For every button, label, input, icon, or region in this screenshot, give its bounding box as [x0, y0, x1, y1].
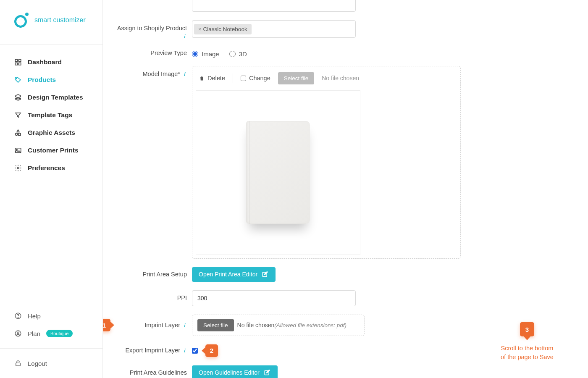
gear-icon: [14, 164, 22, 172]
open-guidelines-label: Open Guidelines Editor: [199, 369, 260, 376]
dashboard-icon: [14, 58, 22, 66]
svg-rect-2: [15, 63, 17, 65]
sidebar: smart customizer Dashboard Products Desi…: [0, 0, 103, 378]
preview-type-label: Preview Type: [116, 49, 187, 57]
ppi-input[interactable]: [192, 290, 356, 306]
radio-image-input[interactable]: [192, 51, 198, 57]
imprint-select-file-button[interactable]: Select file: [197, 319, 234, 331]
export-imprint-checkbox[interactable]: [192, 348, 198, 354]
assign-label: Assign to Shopify Product i: [116, 20, 187, 40]
row-ppi: PPI: [116, 290, 552, 306]
preview-type-radio: Image 3D: [192, 49, 461, 58]
save-callout: 3 Scroll to the bottom of the page to Sa…: [491, 322, 563, 361]
sidebar-item-plan[interactable]: Plan Boutique: [0, 325, 102, 342]
sidebar-item-products[interactable]: Products: [0, 71, 102, 89]
plan-badge: Boutique: [46, 330, 73, 337]
delete-button[interactable]: Delete: [199, 75, 225, 81]
info-icon[interactable]: i: [183, 347, 187, 354]
brand-name: smart customizer: [34, 16, 86, 24]
sidebar-item-label: Customer Prints: [28, 147, 79, 154]
divider: [233, 74, 233, 83]
row-assign-product: Assign to Shopify Product i ×Classic Not…: [116, 20, 552, 40]
row-export-imprint: Export Imprint Layer i 2: [116, 344, 552, 357]
templates-icon: [14, 94, 22, 101]
imprint-file-row: Select file No file chosen (Allowed file…: [192, 315, 365, 336]
sidebar-logout-area: Logout: [0, 348, 102, 378]
row-model-image: Model Image* i Delete Change Select file…: [116, 66, 552, 259]
callout-2: 2: [205, 344, 218, 357]
radio-3d[interactable]: 3D: [229, 50, 247, 58]
save-text-line1: Scroll to the bottom: [501, 345, 554, 352]
remove-tag-icon[interactable]: ×: [198, 26, 202, 32]
imprint-label-text: Imprint Layer: [144, 322, 180, 328]
svg-point-11: [18, 317, 18, 318]
tag-icon: [14, 76, 22, 84]
model-image-preview: [196, 90, 360, 255]
radio-3d-input[interactable]: [229, 51, 236, 57]
change-button[interactable]: Change: [241, 75, 270, 81]
sidebar-item-help[interactable]: Help: [0, 307, 102, 325]
info-icon[interactable]: i: [183, 322, 187, 329]
open-print-area-button[interactable]: Open Print Area Editor: [192, 267, 276, 282]
sidebar-item-design-templates[interactable]: Design Templates: [0, 89, 102, 106]
info-icon[interactable]: i: [183, 33, 187, 40]
main-content: Assign to Shopify Product i ×Classic Not…: [103, 0, 588, 378]
sidebar-item-logout[interactable]: Logout: [0, 354, 102, 372]
svg-rect-14: [16, 363, 21, 366]
sidebar-item-customer-prints[interactable]: Customer Prints: [0, 142, 102, 159]
row-guidelines: Print Area Guidelines Open Guidelines Ed…: [116, 365, 552, 378]
sidebar-item-label: Products: [28, 76, 56, 84]
no-file-text: No file chosen: [322, 75, 359, 81]
sidebar-item-label: Design Templates: [28, 94, 83, 101]
product-tag: ×Classic Notebook: [194, 24, 252, 34]
svg-rect-0: [15, 59, 17, 61]
image-toolbar: Delete Change Select file No file chosen: [196, 70, 457, 90]
callout-1: 1: [103, 319, 110, 331]
image-icon: [14, 147, 22, 154]
sidebar-item-label: Preferences: [28, 164, 65, 172]
trash-icon: [199, 75, 205, 81]
sidebar-item-preferences[interactable]: Preferences: [0, 159, 102, 177]
svg-rect-1: [19, 59, 21, 61]
svg-rect-3: [19, 63, 21, 65]
brand-logo[interactable]: smart customizer: [0, 0, 102, 45]
info-icon[interactable]: i: [183, 71, 187, 78]
change-checkbox[interactable]: [241, 76, 246, 81]
ppi-label: PPI: [116, 294, 187, 302]
assign-product-input[interactable]: ×Classic Notebook: [192, 20, 356, 38]
help-icon: [14, 312, 22, 320]
radio-image-label: Image: [202, 50, 219, 58]
row-imprint-layer: 1 Imprint Layer i Select file No file ch…: [116, 315, 552, 336]
sidebar-item-label: Template Tags: [28, 111, 72, 119]
delete-label: Delete: [207, 75, 225, 81]
save-text-line2: of the page to Save: [501, 354, 554, 360]
radio-3d-label: 3D: [239, 50, 247, 58]
select-file-button[interactable]: Select file: [278, 72, 315, 84]
svg-point-9: [17, 167, 19, 169]
export-imprint-label: Export Imprint Layer i: [116, 346, 187, 354]
sidebar-item-template-tags[interactable]: Template Tags: [0, 106, 102, 124]
shapes-icon: [14, 129, 22, 136]
sidebar-item-label: Plan: [28, 330, 40, 337]
radio-image[interactable]: Image: [192, 50, 219, 58]
edit-icon: [262, 271, 269, 278]
edit-icon: [264, 369, 271, 376]
sidebar-item-label: Logout: [28, 360, 47, 367]
change-label: Change: [249, 75, 270, 81]
row-blank-input: [116, 0, 552, 12]
sidebar-item-dashboard[interactable]: Dashboard: [0, 53, 102, 71]
sidebar-footer: Help Plan Boutique: [0, 301, 102, 348]
logo-icon: [14, 13, 29, 28]
sidebar-item-graphic-assets[interactable]: Graphic Assets: [0, 124, 102, 142]
callout-3: 3: [520, 322, 534, 336]
row-preview-type: Preview Type Image 3D: [116, 49, 552, 58]
blank-input[interactable]: [192, 0, 356, 12]
model-image-label-text: Model Image: [142, 71, 178, 77]
sidebar-item-label: Help: [28, 312, 41, 320]
notebook-mockup: [246, 121, 310, 224]
open-guidelines-button[interactable]: Open Guidelines Editor: [192, 365, 278, 378]
save-callout-text: Scroll to the bottom of the page to Save: [491, 344, 563, 361]
filter-icon: [14, 111, 22, 119]
guidelines-label: Print Area Guidelines: [116, 369, 187, 377]
lock-icon: [14, 360, 22, 367]
